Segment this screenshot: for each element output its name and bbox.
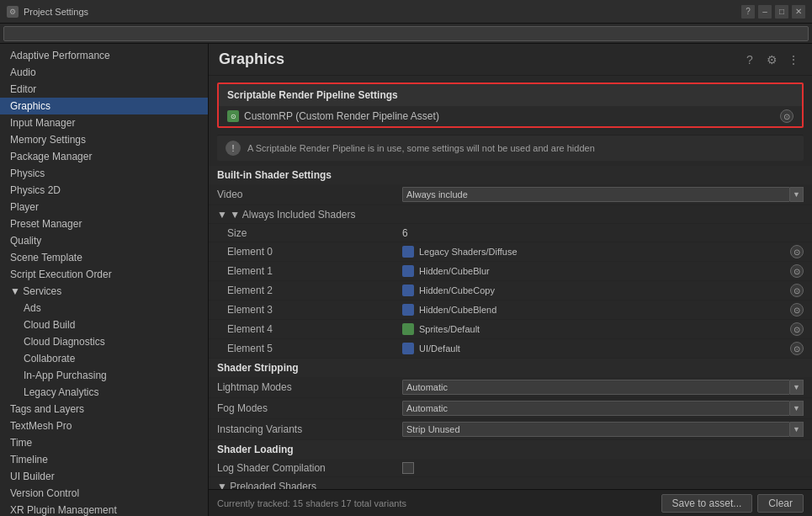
element-2-value: Hidden/CubeCopy ⊙ [402, 284, 804, 297]
video-dropdown-arrow[interactable]: ▼ [790, 187, 804, 202]
element-3-text: Hidden/CubeBlend [419, 305, 790, 315]
element-3-value: Hidden/CubeBlend ⊙ [402, 303, 804, 317]
built-in-shader-header: Built-in Shader Settings [209, 166, 812, 184]
sidebar-item-ui-builder[interactable]: UI Builder [0, 468, 208, 485]
element-2-text: Hidden/CubeCopy [419, 285, 790, 295]
sidebar-item-legacy-analytics[interactable]: Legacy Analytics [0, 384, 208, 401]
element-2-icon [402, 285, 414, 296]
element-0-text: Legacy Shaders/Diffuse [419, 247, 790, 257]
sidebar-item-graphics[interactable]: Graphics [0, 98, 208, 114]
sidebar-item-ads[interactable]: Ads [0, 300, 208, 317]
help-icon-button[interactable]: ? [741, 51, 758, 68]
maximize-button[interactable]: □ [775, 5, 788, 19]
title-bar: ⚙ Project Settings ? – □ ✕ [0, 0, 812, 24]
element-5-label: Element 5 [217, 343, 402, 354]
sidebar-item-audio[interactable]: Audio [0, 64, 208, 81]
element-3-icon [402, 304, 414, 316]
sidebar-item-scene-template[interactable]: Scene Template [0, 249, 208, 266]
bottom-bar: Currently tracked: 15 shaders 17 total v… [209, 489, 812, 516]
element-1-value: Hidden/CubeBlur ⊙ [402, 264, 804, 278]
element-0-label: Element 0 [217, 246, 402, 258]
lightmap-row: Lightmap Modes Automatic ▼ [209, 377, 812, 398]
size-value: 6 [402, 227, 804, 239]
preloaded-shaders-arrow[interactable]: ▼ [217, 481, 230, 490]
sidebar-item-preset-manager[interactable]: Preset Manager [0, 215, 208, 232]
warning-text: A Scriptable Render Pipeline is in use, … [247, 143, 595, 153]
settings-icon-button[interactable]: ⚙ [763, 51, 780, 68]
sidebar-item-time[interactable]: Time [0, 434, 208, 451]
sidebar-item-quality[interactable]: Quality [0, 232, 208, 249]
fog-label: Fog Modes [217, 402, 402, 414]
preloaded-shaders-label: ▼ Preloaded Shaders [217, 481, 402, 490]
srp-box: Scriptable Render Pipeline Settings ⊙ Cu… [217, 82, 804, 128]
app-icon: ⚙ [7, 6, 19, 18]
close-button[interactable]: ✕ [792, 5, 805, 19]
element-0-row: Element 0 Legacy Shaders/Diffuse ⊙ [209, 242, 812, 262]
element-1-label: Element 1 [217, 265, 402, 277]
sidebar-item-tags-and-layers[interactable]: Tags and Layers [0, 401, 208, 418]
warning-banner: ! A Scriptable Render Pipeline is in use… [217, 135, 804, 161]
search-input[interactable] [3, 26, 809, 41]
sidebar-item-xr-plugin-management[interactable]: XR Plugin Management [0, 502, 208, 516]
sidebar-item-in-app-purchasing[interactable]: In-App Purchasing [0, 367, 208, 384]
instancing-dropdown-arrow[interactable]: ▼ [790, 422, 804, 437]
sidebar-item-package-manager[interactable]: Package Manager [0, 148, 208, 165]
instancing-select[interactable]: Strip Unused [402, 422, 790, 437]
fog-select[interactable]: Automatic [402, 401, 790, 416]
srp-header: Scriptable Render Pipeline Settings [219, 84, 802, 106]
sidebar-item-physics[interactable]: Physics [0, 165, 208, 182]
instancing-dropdown[interactable]: Strip Unused ▼ [402, 422, 804, 437]
element-0-select-button[interactable]: ⊙ [790, 245, 804, 258]
element-4-text: Sprites/Default [419, 324, 790, 334]
sidebar-item-editor[interactable]: Editor [0, 81, 208, 98]
content-area: Graphics ? ⚙ ⋮ Scriptable Render Pipelin… [209, 44, 812, 516]
sidebar-item-adaptive-performance[interactable]: Adaptive Performance [0, 47, 208, 64]
element-4-value: Sprites/Default ⊙ [402, 322, 804, 336]
element-3-select-button[interactable]: ⊙ [790, 303, 804, 317]
page-title: Graphics [219, 51, 284, 68]
preloaded-shaders-row: ▼ Preloaded Shaders [209, 477, 812, 489]
sidebar-item-player[interactable]: Player [0, 199, 208, 215]
sidebar-item-cloud-diagnostics[interactable]: Cloud Diagnostics [0, 333, 208, 350]
lightmap-dropdown[interactable]: Automatic ▼ [402, 380, 804, 395]
instancing-row: Instancing Variants Strip Unused ▼ [209, 419, 812, 440]
save-to-asset-button[interactable]: Save to asset... [661, 494, 753, 513]
log-shader-checkbox[interactable] [402, 462, 414, 474]
video-dropdown[interactable]: Always include ▼ [402, 187, 804, 202]
always-included-arrow[interactable]: ▼ [217, 209, 230, 221]
clear-button[interactable]: Clear [757, 494, 804, 513]
element-2-select-button[interactable]: ⊙ [790, 284, 804, 297]
element-1-row: Element 1 Hidden/CubeBlur ⊙ [209, 262, 812, 281]
sidebar-item-version-control[interactable]: Version Control [0, 485, 208, 502]
video-label: Video [217, 189, 402, 200]
element-5-select-button[interactable]: ⊙ [790, 342, 804, 355]
sidebar-item-memory-settings[interactable]: Memory Settings [0, 131, 208, 148]
element-4-select-button[interactable]: ⊙ [790, 322, 804, 336]
size-row: Size 6 [209, 224, 812, 242]
fog-dropdown[interactable]: Automatic ▼ [402, 401, 804, 416]
sidebar-item-script-execution-order[interactable]: Script Execution Order [0, 266, 208, 283]
sidebar-item-cloud-build[interactable]: Cloud Build [0, 317, 208, 333]
lightmap-select[interactable]: Automatic [402, 380, 790, 395]
help-button[interactable]: ? [741, 5, 755, 19]
sidebar-item-services[interactable]: ▼ Services [0, 283, 208, 300]
search-bar [0, 24, 812, 44]
sidebar-item-timeline[interactable]: Timeline [0, 451, 208, 468]
sidebar-item-collaborate[interactable]: Collaborate [0, 350, 208, 367]
instancing-label: Instancing Variants [217, 423, 402, 435]
log-shader-row: Log Shader Compilation [209, 459, 812, 477]
warning-icon: ! [226, 141, 241, 156]
sidebar-item-physics-2d[interactable]: Physics 2D [0, 182, 208, 199]
srp-select-button[interactable]: ⊙ [780, 109, 793, 123]
sidebar-item-input-manager[interactable]: Input Manager [0, 114, 208, 131]
lightmap-label: Lightmap Modes [217, 381, 402, 393]
fog-dropdown-arrow[interactable]: ▼ [790, 401, 804, 416]
minimize-button[interactable]: – [758, 5, 772, 19]
lightmap-dropdown-arrow[interactable]: ▼ [790, 380, 804, 395]
sidebar-item-textmesh-pro[interactable]: TextMesh Pro [0, 418, 208, 434]
more-icon-button[interactable]: ⋮ [785, 51, 802, 68]
main-layout: Adaptive Performance Audio Editor Graphi… [0, 44, 812, 516]
element-1-select-button[interactable]: ⊙ [790, 264, 804, 278]
video-select[interactable]: Always include [402, 187, 790, 202]
element-5-value: UI/Default ⊙ [402, 342, 804, 355]
